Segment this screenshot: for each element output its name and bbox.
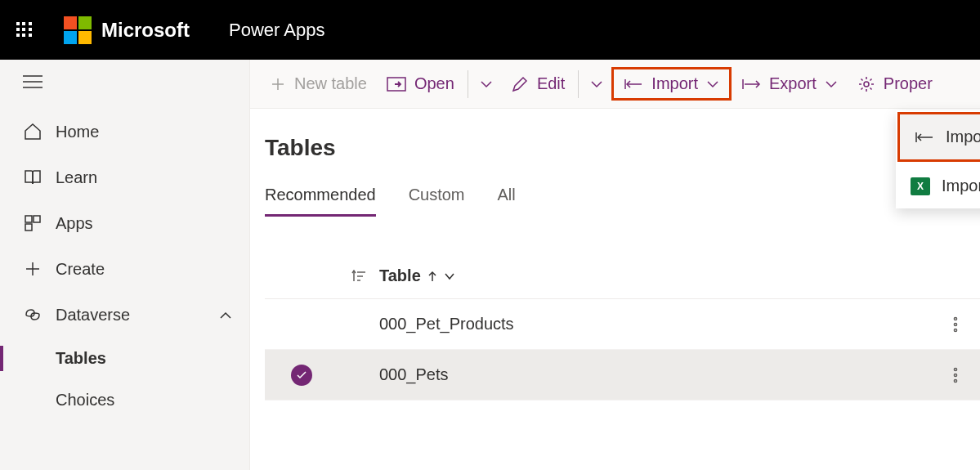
tab-recommended[interactable]: Recommended (265, 186, 376, 217)
import-excel-item[interactable]: X Import data from Excel (896, 163, 980, 208)
row-menu-button[interactable] (931, 367, 980, 383)
toolbar-label: Import (651, 74, 698, 93)
column-header-table[interactable]: Table (379, 266, 931, 285)
svg-point-27 (954, 374, 956, 376)
brand-name: Microsoft (101, 19, 190, 42)
home-icon (23, 122, 43, 141)
toolbar-label: Open (414, 74, 454, 93)
svg-point-15 (864, 82, 869, 87)
toolbar-label: Proper (884, 74, 933, 93)
chevron-up-icon (218, 306, 233, 325)
svg-rect-3 (25, 216, 32, 222)
sidebar-subitem-label: Choices (56, 391, 114, 410)
open-button[interactable]: Open (377, 68, 464, 100)
svg-point-24 (954, 323, 956, 325)
sidebar-subitem-label: Tables (56, 349, 106, 368)
sidebar-item-apps[interactable]: Apps (0, 200, 249, 246)
sidebar-item-label: Create (56, 260, 105, 279)
sidebar-item-label: Apps (56, 214, 93, 233)
row-checkbox[interactable] (265, 365, 338, 386)
dropdown-item-label: Import data (946, 128, 980, 146)
tab-all[interactable]: All (498, 186, 516, 217)
app-name: Power Apps (229, 20, 324, 41)
sidebar-item-home[interactable]: Home (0, 109, 249, 154)
dataverse-icon (23, 305, 43, 325)
sidebar-item-learn[interactable]: Learn (0, 154, 249, 200)
page-title: Tables (265, 135, 980, 161)
apps-icon (23, 213, 43, 233)
svg-point-26 (954, 368, 956, 370)
sidebar-item-dataverse[interactable]: Dataverse (0, 292, 249, 338)
new-table-button[interactable]: New table (260, 68, 377, 100)
import-dropdown: Import data X Import data from Excel (896, 110, 980, 208)
main-area: New table Open Edit Import (250, 60, 980, 470)
svg-point-25 (954, 329, 956, 331)
check-circle-icon (291, 365, 312, 386)
edit-dropdown-button[interactable] (582, 70, 611, 98)
plus-icon (23, 259, 43, 279)
svg-point-28 (954, 379, 956, 382)
microsoft-logo-icon (64, 16, 92, 44)
book-icon (23, 168, 43, 187)
import-data-item[interactable]: Import data (900, 114, 980, 159)
sidebar-item-label: Learn (56, 168, 97, 187)
import-button[interactable]: Import (611, 67, 732, 101)
sidebar-item-label: Home (56, 123, 99, 141)
edit-button[interactable]: Edit (501, 68, 575, 100)
table-cell-name: 000_Pets (379, 365, 931, 384)
sort-asc-icon (427, 271, 437, 282)
row-menu-button[interactable] (931, 316, 980, 333)
toolbar-label: Export (769, 74, 817, 93)
sidebar: Home Learn Apps Create Dataverse Tables … (0, 60, 250, 470)
export-button[interactable]: Export (732, 68, 848, 100)
table-row[interactable]: 000_Pets (265, 350, 980, 401)
app-header: Microsoft Power Apps (0, 0, 980, 60)
svg-point-23 (954, 317, 956, 320)
toolbar: New table Open Edit Import (250, 60, 980, 109)
dropdown-item-label: Import data from Excel (942, 177, 980, 195)
tabs: Recommended Custom All (265, 186, 980, 217)
chevron-down-icon (444, 272, 455, 280)
hamburger-button[interactable] (0, 68, 249, 109)
table-header-row: Table (265, 258, 980, 299)
sidebar-item-label: Dataverse (56, 306, 130, 325)
toolbar-label: New table (294, 74, 367, 93)
table-cell-name: 000_Pet_Products (379, 315, 931, 333)
import-icon (915, 131, 934, 144)
table-row[interactable]: 000_Pet_Products (265, 299, 980, 350)
tab-custom[interactable]: Custom (409, 186, 465, 217)
content-area: Tables Recommended Custom All Table (250, 109, 980, 470)
properties-button[interactable]: Proper (848, 68, 942, 100)
table: Table 000_Pet_Products (265, 258, 980, 401)
toolbar-label: Edit (537, 74, 565, 93)
sidebar-item-create[interactable]: Create (0, 246, 249, 292)
sort-icon[interactable] (338, 268, 379, 284)
svg-rect-5 (25, 224, 32, 231)
svg-rect-4 (34, 216, 40, 222)
sidebar-subitem-choices[interactable]: Choices (0, 379, 249, 421)
app-launcher-icon[interactable] (16, 22, 33, 38)
open-dropdown-button[interactable] (472, 70, 501, 98)
excel-icon: X (911, 177, 930, 195)
sidebar-subitem-tables[interactable]: Tables (0, 338, 249, 379)
